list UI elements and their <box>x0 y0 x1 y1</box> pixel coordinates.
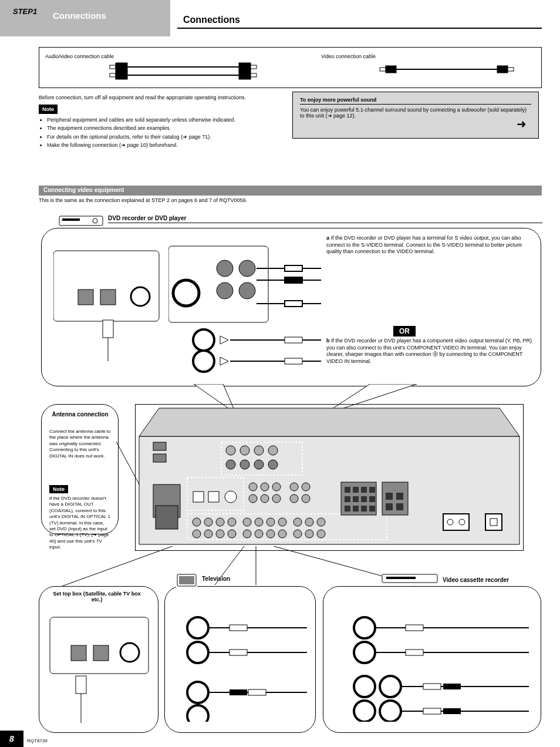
svg-rect-135 <box>230 625 247 631</box>
antenna-note-label: Note <box>49 485 68 493</box>
svg-rect-30 <box>285 277 302 283</box>
svg-marker-48 <box>139 408 519 436</box>
svg-point-77 <box>193 518 201 526</box>
vcr-device-icon <box>382 573 438 585</box>
svg-point-59 <box>268 460 278 469</box>
svg-point-54 <box>254 446 264 455</box>
svg-point-92 <box>243 530 251 538</box>
svg-point-67 <box>261 483 269 491</box>
svg-rect-3 <box>116 71 127 79</box>
svg-point-74 <box>290 494 298 503</box>
svg-point-97 <box>305 530 313 538</box>
note-item: Make the following connection (➜ page 10… <box>47 142 282 149</box>
audio-video-cable-label: Audio/video connection cable <box>45 53 114 59</box>
svg-rect-11 <box>386 66 396 73</box>
svg-rect-157 <box>443 684 461 689</box>
svg-rect-101 <box>345 487 350 493</box>
svg-rect-42 <box>62 218 80 221</box>
svg-point-93 <box>255 530 263 538</box>
dvd-title-wrap: DVD recorder or DVD player <box>108 215 542 223</box>
svg-rect-104 <box>369 487 375 493</box>
arrow-icon: ➜ <box>517 117 527 131</box>
note-label: Note <box>39 105 58 114</box>
svg-rect-0 <box>110 65 116 69</box>
dvd-analog-connection-icon <box>168 239 321 374</box>
svg-point-89 <box>204 530 212 538</box>
tv-device-icon <box>176 573 197 588</box>
step-label: STEP1 <box>13 7 37 16</box>
svg-point-96 <box>294 530 302 538</box>
svg-point-23 <box>217 260 233 277</box>
svg-rect-162 <box>386 577 416 579</box>
svg-point-88 <box>193 530 201 538</box>
section-note: This is the same as the connection expla… <box>39 197 542 203</box>
svg-rect-10 <box>380 68 386 71</box>
svg-rect-1 <box>116 63 127 71</box>
note-item: For details on the optional products, re… <box>47 133 282 140</box>
svg-rect-112 <box>369 506 375 512</box>
section-bar-text: Connecting video equipment <box>39 186 542 194</box>
audio-video-cable-icon <box>45 62 292 83</box>
svg-point-18 <box>131 287 150 306</box>
svg-rect-141 <box>230 689 247 695</box>
svg-rect-61 <box>156 506 178 529</box>
svg-point-68 <box>272 483 281 491</box>
dvd-text-a: a If the DVD recorder or DVD player has … <box>326 235 532 255</box>
svg-point-119 <box>459 519 465 525</box>
svg-rect-137 <box>230 650 247 655</box>
svg-rect-142 <box>248 689 266 695</box>
svg-point-91 <box>228 530 236 538</box>
svg-rect-103 <box>361 487 367 493</box>
svg-rect-14 <box>508 68 514 71</box>
svg-rect-130 <box>76 676 86 694</box>
svg-point-75 <box>302 494 310 503</box>
svg-rect-150 <box>406 650 423 655</box>
svg-point-138 <box>187 682 208 703</box>
svg-point-78 <box>204 518 212 526</box>
svg-point-81 <box>243 518 251 526</box>
svg-point-139 <box>187 705 208 722</box>
svg-rect-121 <box>490 519 497 526</box>
svg-rect-15 <box>53 251 159 321</box>
video-cable-label: Video connection cable <box>321 53 376 59</box>
svg-rect-110 <box>353 506 359 512</box>
svg-rect-16 <box>78 290 93 305</box>
svg-point-53 <box>240 446 249 455</box>
header-tab: STEP1 Connections <box>0 0 170 36</box>
svg-rect-17 <box>100 290 116 305</box>
svg-point-26 <box>239 282 255 299</box>
svg-line-122 <box>62 546 173 586</box>
svg-rect-156 <box>423 684 441 689</box>
vcr-balloon <box>323 586 541 733</box>
document-code: RQT8739 <box>27 738 48 743</box>
intro-text: Before connection, turn off all equipmen… <box>39 94 282 101</box>
svg-point-153 <box>354 701 375 722</box>
svg-point-56 <box>226 460 235 469</box>
svg-point-151 <box>354 676 375 697</box>
svg-point-98 <box>317 530 325 538</box>
svg-rect-28 <box>285 265 302 271</box>
svg-rect-109 <box>345 506 350 512</box>
svg-rect-102 <box>353 487 359 493</box>
antenna-note-text: If the DVD recorder doesn't have a DIGIT… <box>49 496 111 551</box>
svg-point-82 <box>255 518 263 526</box>
svg-point-133 <box>187 642 208 663</box>
svg-rect-106 <box>353 496 359 502</box>
svg-point-90 <box>216 530 224 538</box>
dvd-device-icon <box>59 213 103 228</box>
svg-marker-35 <box>220 336 228 344</box>
svg-rect-115 <box>386 503 393 510</box>
tv-connection-icon <box>174 604 307 722</box>
svg-rect-107 <box>361 496 367 502</box>
svg-point-58 <box>254 460 264 469</box>
svg-rect-6 <box>239 63 251 71</box>
tab-title: Connections <box>53 11 106 21</box>
svg-point-24 <box>239 260 255 277</box>
svg-point-152 <box>380 676 401 697</box>
svg-point-71 <box>272 494 281 503</box>
cable-reference-box: Audio/video connection cable Video conne… <box>39 47 542 88</box>
svg-rect-159 <box>423 708 441 714</box>
svg-point-69 <box>249 494 257 503</box>
svg-rect-148 <box>406 625 423 631</box>
svg-point-66 <box>249 483 257 491</box>
